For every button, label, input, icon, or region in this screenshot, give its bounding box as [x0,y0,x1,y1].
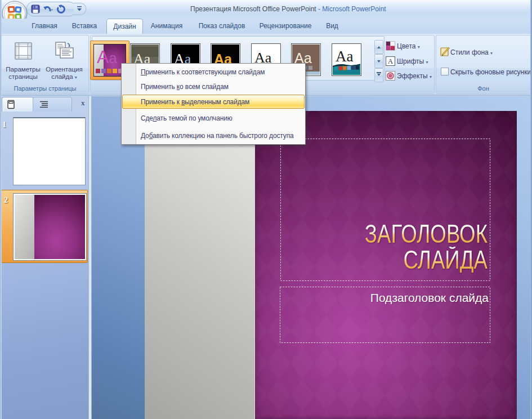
svg-text:A: A [388,57,394,65]
